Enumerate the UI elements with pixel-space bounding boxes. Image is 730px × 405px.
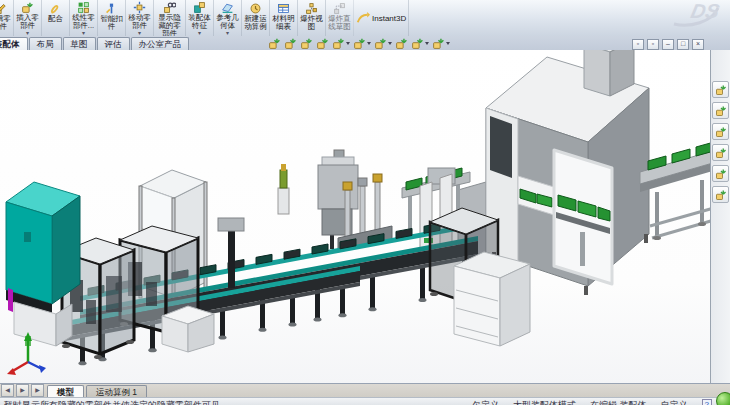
- doc-restore-button[interactable]: □: [677, 39, 689, 50]
- command-manager-ribbon: 编辑零部件插入零部件▾配合线性零部件...▾智能扣件移动零部件▾显示隐藏的零部件…: [0, 0, 730, 37]
- move-component-label: 移动零部件: [127, 14, 152, 30]
- doc-window-icon-1[interactable]: ▫: [632, 39, 644, 50]
- sheet-nav-arrow-3[interactable]: ▶: [31, 384, 44, 397]
- assembly-3d-view[interactable]: [0, 50, 730, 383]
- dropdown-arrow-icon[interactable]: [346, 42, 350, 45]
- smart-fasteners-button[interactable]: 智能扣件: [98, 0, 126, 36]
- display-style-button[interactable]: [353, 37, 371, 50]
- custom-properties-icon: [715, 189, 727, 201]
- display-style-icon: [353, 37, 366, 50]
- magenta-accent: [8, 288, 13, 312]
- sheet-nav-arrow-2[interactable]: ▶: [16, 384, 29, 397]
- section-view-button[interactable]: [316, 37, 329, 50]
- instant3d-label: Instant3D: [372, 15, 406, 23]
- explode-line-sketch-icon: [333, 2, 346, 15]
- zoom-to-area-icon: [284, 37, 297, 50]
- design-library-button[interactable]: [712, 102, 729, 119]
- edit-component-icon: [0, 2, 6, 15]
- linear-component-pattern-label: 线性零部件...: [71, 14, 96, 30]
- assembly-features-label: 装配体特征: [187, 14, 212, 30]
- file-explorer-icon: [715, 126, 727, 138]
- apply-scene-button[interactable]: [411, 37, 429, 50]
- doc-minimize-button[interactable]: –: [662, 39, 674, 50]
- tab-layout[interactable]: 布局: [29, 37, 62, 50]
- side-table[interactable]: [162, 306, 214, 352]
- edit-appearance-button[interactable]: [395, 37, 408, 50]
- insert-components-button[interactable]: 插入零部件▾: [14, 0, 42, 36]
- view-palette-icon: [715, 147, 727, 159]
- graphics-area[interactable]: [0, 50, 730, 383]
- dropdown-arrow-icon[interactable]: [446, 42, 450, 45]
- move-component-button[interactable]: 移动零部件▾: [126, 0, 154, 36]
- exploded-view-button[interactable]: 爆炸视图: [298, 0, 326, 36]
- dropdown-arrow-icon[interactable]: [425, 42, 429, 45]
- design-library-icon: [715, 105, 727, 117]
- reference-geometry-label: 参考几何体: [215, 14, 240, 30]
- linear-component-pattern-button[interactable]: 线性零部件...▾: [70, 0, 98, 36]
- svg-text:DS: DS: [689, 0, 722, 22]
- smart-fasteners-label: 智能扣件: [99, 15, 124, 31]
- sheet-tab-bar: ◀▶▶模型运动算例 1: [0, 383, 730, 398]
- bottle-fixture[interactable]: [278, 164, 289, 214]
- assembly-features-button[interactable]: 装配体特征▾: [186, 0, 214, 36]
- smart-fasteners-icon: [105, 2, 118, 15]
- tab-assembly[interactable]: 装配体: [0, 37, 28, 50]
- tab-office-products[interactable]: 办公室产品: [131, 37, 190, 50]
- dropdown-arrow-icon[interactable]: [367, 42, 371, 45]
- appearances-scenes-button[interactable]: [712, 165, 729, 182]
- dassault-systemes-logo: DS: [668, 0, 726, 32]
- sheet-nav-arrow-1[interactable]: ◀: [1, 384, 14, 397]
- zoom-to-area-button[interactable]: [284, 37, 297, 50]
- quick-tips-icon[interactable]: ?: [702, 399, 712, 405]
- new-motion-study-button[interactable]: 新建运动算例: [242, 0, 270, 36]
- solidworks-resources-button[interactable]: [712, 81, 729, 98]
- mate-button[interactable]: 配合: [42, 0, 70, 36]
- instant3d-button[interactable]: Instant3D: [354, 0, 409, 36]
- drawer-cabinet[interactable]: [454, 252, 530, 346]
- dropdown-arrow-icon[interactable]: [388, 42, 392, 45]
- mate-icon: [49, 2, 62, 15]
- view-palette-button[interactable]: [712, 144, 729, 161]
- previous-view-button[interactable]: [300, 37, 313, 50]
- large-assembly-mode-label: 大型装配体模式: [513, 399, 576, 405]
- show-hidden-components-button[interactable]: 显示隐藏的零部件: [154, 0, 186, 36]
- view-orientation-icon: [332, 37, 345, 50]
- explode-line-sketch-button[interactable]: 爆炸直线草图: [326, 0, 354, 36]
- help-ball-icon[interactable]: [716, 392, 730, 405]
- teal-cabinet[interactable]: [6, 182, 80, 346]
- status-bar: 暂时显示所有隐藏的零部件并使选定的隐藏零部件可见 欠定义 大型装配体模式 在编辑…: [0, 397, 730, 405]
- solidworks-window: { "brand": { "logo_text": "DS" }, "ribbo…: [0, 0, 730, 405]
- hopper-station[interactable]: [318, 150, 358, 249]
- doc-window-icon-2[interactable]: ▫: [647, 39, 659, 50]
- show-hidden-components-label: 显示隐藏的零部件: [155, 14, 184, 38]
- zoom-to-fit-button[interactable]: [268, 37, 281, 50]
- doc-close-button[interactable]: ×: [692, 39, 704, 50]
- insert-components-label: 插入零部件: [15, 14, 40, 30]
- edit-component-button[interactable]: 编辑零部件: [0, 0, 14, 36]
- edit-component-label: 编辑零部件: [0, 15, 12, 31]
- previous-view-icon: [300, 37, 313, 50]
- apply-scene-icon: [411, 37, 424, 50]
- view-settings-button[interactable]: [432, 37, 450, 50]
- bill-of-materials-button[interactable]: 材料明细表: [270, 0, 298, 36]
- tab-sketch[interactable]: 草图: [63, 37, 96, 50]
- zoom-to-fit-icon: [268, 37, 281, 50]
- define-state-label: 欠定义: [472, 399, 499, 405]
- instant3d-icon: [355, 11, 370, 26]
- view-orientation-button[interactable]: [332, 37, 350, 50]
- bill-of-materials-label: 材料明细表: [271, 15, 296, 31]
- headsup-view-toolbar: [268, 37, 450, 50]
- status-message: 暂时显示所有隐藏的零部件并使选定的隐藏零部件可见: [4, 399, 220, 405]
- task-pane-strip: [710, 50, 730, 383]
- gantry-post[interactable]: [218, 218, 244, 288]
- editing-state-label: 在编辑 装配体: [590, 399, 647, 405]
- exploded-view-label: 爆炸视图: [299, 15, 324, 31]
- customize-statusbar-link[interactable]: 自定义: [661, 399, 688, 405]
- tab-evaluate[interactable]: 评估: [97, 37, 130, 50]
- hide-show-items-button[interactable]: [374, 37, 392, 50]
- bill-of-materials-icon: [277, 2, 290, 15]
- document-window-controls: ▫▫–□×: [632, 39, 704, 50]
- reference-geometry-button[interactable]: 参考几何体▾: [214, 0, 242, 36]
- custom-properties-button[interactable]: [712, 186, 729, 203]
- file-explorer-button[interactable]: [712, 123, 729, 140]
